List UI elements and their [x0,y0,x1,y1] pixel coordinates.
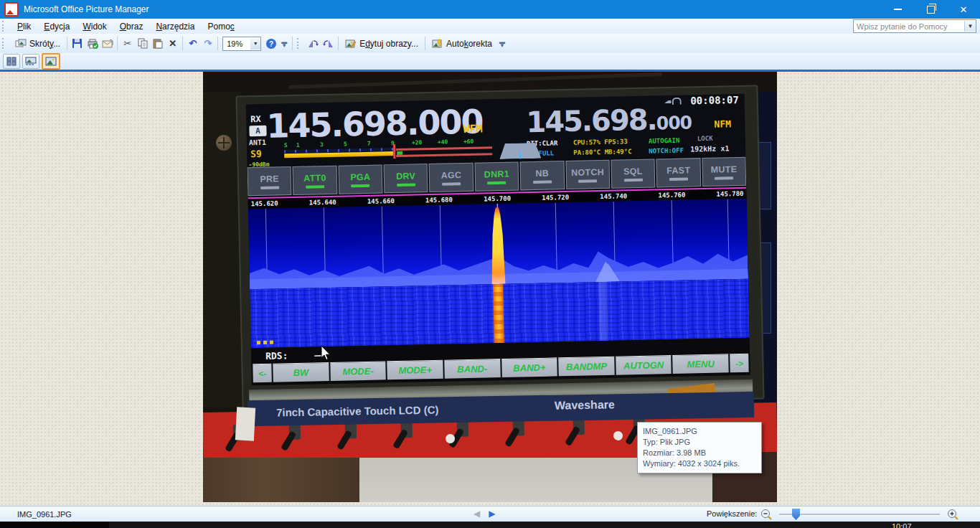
copy-icon [138,38,148,49]
s-meter: S 1 3 5 7 9 +20 +40 +60 [284,138,497,165]
menu-edycja[interactable]: Edycja [37,20,76,33]
radio-btn-att: ATT0 [293,166,337,195]
delete-icon: ✕ [169,38,176,49]
radio-btn-band-down: BAND- [444,359,500,379]
autocorrect-icon [432,39,443,49]
taskbar-clock: 10:07 [892,522,912,528]
restore-button[interactable] [914,0,947,19]
undo-button[interactable]: ↶ [185,37,200,50]
delete-button[interactable]: ✕ [165,37,180,50]
file-info-tooltip: IMG_0961.JPG Typ: Plik JPG Rozmiar: 3.98… [637,422,762,473]
title-bar: Microsoft Office Picture Manager ✕ [0,0,980,19]
toolbar-overflow-button[interactable]: ▬▼ [280,36,288,52]
rotate-left-button[interactable] [306,37,321,50]
picture-manager-window: Microsoft Office Picture Manager ✕ Plik … [0,0,980,528]
thumbnail-view-icon [6,57,17,66]
standard-toolbar: Skróty... ✂ ✕ ↶ ↷ 19% ▼ ? ▬▼ dEdytuj obr… [0,34,980,54]
main-mode-label: WFM [463,122,482,136]
status-bar: IMG_0961.JPG ◀ ▶ Powiększenie: [0,506,980,522]
zoom-in-button[interactable] [947,509,958,520]
menu-widok[interactable]: Widok [76,20,113,33]
single-view-button[interactable] [42,53,60,70]
help-question-placeholder: Wpisz pytanie do Pomocy [854,22,964,31]
radio-screen: RX A ANT1 S9 -90dBm 145.698.000 WFM 145.… [246,94,750,385]
notch-status: NOTCH:OFF [649,147,684,155]
zoom-slider-thumb[interactable] [792,509,800,520]
rotate-left-icon [307,38,319,49]
copy-button[interactable] [135,37,150,50]
edit-pictures-icon [345,39,357,49]
help-dropdown-arrow[interactable]: ▼ [964,21,976,32]
preview-canvas: RX A ANT1 S9 -90dBm 145.698.000 WFM 145.… [0,72,980,506]
menu-obraz[interactable]: Obraz [113,20,150,33]
radio-btn-mode-up: MODE+ [387,360,443,380]
toolbar2-grip[interactable] [297,38,301,49]
radio-btn-sql: SQL [611,159,655,188]
paste-button[interactable] [150,37,165,50]
thumbnail-view-button[interactable] [3,54,20,69]
zoom-dropdown-arrow[interactable]: ▼ [250,38,260,50]
radio-btn-bw: BW [273,362,329,382]
filmstrip-view-icon [25,57,37,66]
cpu-status: CPU:57% FPS:33 [573,138,628,146]
menu-narzedzia[interactable]: Narzędzia [149,20,201,33]
filmstrip-view-button[interactable] [22,54,39,69]
previous-image-button[interactable]: ◀ [473,509,480,519]
undo-icon: ↶ [189,38,197,49]
menubar-grip[interactable] [2,21,6,32]
print-button[interactable] [85,37,100,50]
zoom-combobox[interactable]: 19% ▼ [222,37,261,51]
radio-btn-mode-down: MODE- [330,361,386,381]
zoom-out-button[interactable] [760,509,772,520]
rds-label: RDS: [265,350,288,362]
save-icon [72,38,83,49]
radio-btn-agc: AGC [429,163,473,192]
paste-icon [153,38,163,49]
rotate-right-button[interactable] [321,37,336,50]
rx-label: RX [250,114,261,124]
radio-btn-pre: PRE [248,166,292,196]
help-question-box[interactable]: Wpisz pytanie do Pomocy ▼ [853,19,976,33]
zoom-value: 19% [223,39,250,48]
single-view-icon [45,57,57,66]
email-button[interactable] [100,37,115,50]
mouse-cursor [321,345,331,361]
redo-button[interactable]: ↷ [200,37,215,50]
menu-bar: Plik Edycja Widok Obraz Narzędzia Pomoc … [0,19,980,34]
photo-wood-table [203,458,359,502]
radio-nav-left: <- [253,364,272,383]
tooltip-size: Rozmiar: 3.98 MB [643,448,756,458]
lcd-panel: RX A ANT1 S9 -90dBm 145.698.000 WFM 145.… [235,85,764,410]
autocorrect-button[interactable]: Autokorekta [428,37,496,51]
radio-btn-autogn: AUTOGN [616,355,672,375]
rotate-right-icon [322,38,334,49]
help-button[interactable]: ? [263,37,278,50]
radio-btn-bandmp: BANDMP [558,357,614,377]
toolbar-grip[interactable] [2,38,6,49]
radio-btn-fast: FAST [656,158,701,187]
photo-screw [216,135,232,151]
tooltip-type: Typ: Plik JPG [643,437,756,448]
wifi-icon [672,98,682,105]
waveshare-brand-label: Waveshare [555,398,615,412]
samplerate-status: 192kHz x1 [690,144,729,153]
minimize-button[interactable] [881,0,914,19]
next-image-button[interactable]: ▶ [489,509,495,519]
radio-btn-dnr: DNR1 [474,161,519,191]
cut-button[interactable]: ✂ [120,37,135,50]
menu-plik[interactable]: Plik [11,20,37,33]
toolbar2-overflow-button[interactable]: ▬▼ [498,36,507,52]
zoom-slider-track[interactable] [779,514,940,516]
save-button[interactable] [70,37,85,50]
minimize-icon [894,9,902,10]
edit-pictures-button[interactable]: dEdytuj obrazy... [341,37,423,51]
vfo-a-badge: A [249,126,266,136]
shortcuts-button[interactable]: Skróty... [11,37,65,51]
tooltip-filename: IMG_0961.JPG [643,426,756,437]
redo-icon: ↷ [204,38,212,49]
view-mode-bar [0,53,980,70]
menu-pomoc[interactable]: Pomoc [201,20,240,33]
close-button[interactable]: ✕ [947,0,980,19]
shortcuts-icon [15,39,27,49]
lcd-model-label: 7inch Capacitive Touch LCD (C) [276,404,439,419]
